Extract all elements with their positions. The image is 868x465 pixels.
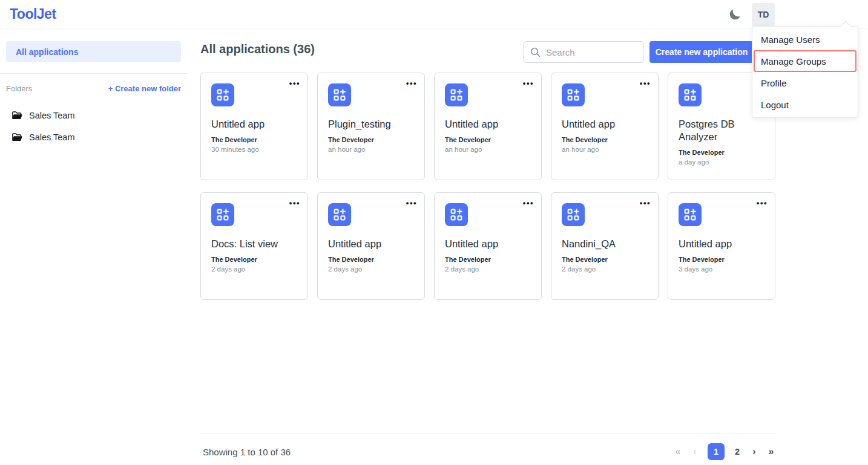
footer-divider <box>200 434 775 434</box>
app-icon <box>679 83 702 106</box>
app-squares-plus-icon <box>450 209 462 221</box>
user-dropdown-menu: Manage UsersManage GroupsProfileLogout <box>752 26 858 118</box>
card-menu-kebab-icon[interactable]: ••• <box>523 199 534 207</box>
app-icon <box>445 203 468 226</box>
top-header: ToolJet TD <box>0 0 868 28</box>
app-updated-time: an hour ago <box>328 146 414 153</box>
app-squares-plus-icon <box>567 89 579 101</box>
app-updated-time: 2 days ago <box>562 265 648 273</box>
user-menu-item-profile[interactable]: Profile <box>752 72 858 94</box>
search-box <box>524 41 643 63</box>
app-card[interactable]: ••• Untitled app The Developer 3 days ag… <box>668 192 775 300</box>
app-squares-plus-icon <box>684 209 696 221</box>
user-avatar[interactable]: TD <box>752 3 775 26</box>
app-icon <box>562 83 585 106</box>
pagination: «‹12›» <box>669 443 775 460</box>
folder-icon <box>12 133 22 141</box>
app-name: Nandini_QA <box>562 238 648 250</box>
app-squares-plus-icon <box>217 89 229 101</box>
card-menu-kebab-icon[interactable]: ••• <box>523 79 534 88</box>
app-name: Untitled app <box>328 238 414 250</box>
app-squares-plus-icon <box>450 89 462 101</box>
folder-list: Sales Team Sales Team <box>12 110 182 154</box>
app-owner: The Developer <box>328 256 414 263</box>
app-icon <box>211 203 234 226</box>
sidebar-divider <box>0 73 187 74</box>
app-owner: The Developer <box>445 136 531 143</box>
card-menu-kebab-icon[interactable]: ••• <box>406 199 417 207</box>
app-name: Plugin_testing <box>328 118 414 131</box>
user-menu-item-logout[interactable]: Logout <box>752 94 858 115</box>
app-card[interactable]: ••• Untitled app The Developer an hour a… <box>434 73 542 180</box>
app-icon <box>562 203 585 226</box>
app-card[interactable]: ••• Untitled app The Developer an hour a… <box>551 73 659 180</box>
moon-icon <box>728 7 742 22</box>
card-menu-kebab-icon[interactable]: ••• <box>640 199 651 207</box>
applications-grid: ••• Untitled app The Developer 30 minute… <box>200 73 775 300</box>
app-owner: The Developer <box>679 149 764 156</box>
app-name: Untitled app <box>679 238 764 250</box>
folder-icon <box>12 111 22 120</box>
pagination-item[interactable]: 1 <box>708 443 725 460</box>
app-updated-time: an hour ago <box>445 146 531 153</box>
app-squares-plus-icon <box>217 209 229 221</box>
app-name: Untitled app <box>211 118 297 131</box>
app-updated-time: an hour ago <box>562 146 648 153</box>
card-menu-kebab-icon[interactable]: ••• <box>757 199 768 207</box>
app-icon <box>679 203 702 226</box>
app-squares-plus-icon <box>567 209 579 221</box>
app-card[interactable]: ••• Untitled app The Developer 2 days ag… <box>434 192 542 300</box>
app-card[interactable]: ••• Nandini_QA The Developer 2 days ago <box>551 192 659 300</box>
app-updated-time: a day ago <box>679 158 764 166</box>
app-squares-plus-icon <box>334 209 346 221</box>
create-new-application-button[interactable]: Create new application <box>649 41 754 63</box>
app-squares-plus-icon <box>684 89 696 101</box>
app-name: Untitled app <box>445 118 531 131</box>
user-menu-item-manage-groups[interactable]: Manage Groups <box>754 50 856 72</box>
app-owner: The Developer <box>679 256 764 263</box>
folder-name: Sales Team <box>29 111 75 120</box>
app-owner: The Developer <box>562 256 648 263</box>
app-name: Untitled app <box>562 118 648 131</box>
pagination-item[interactable]: ‹ <box>691 446 699 457</box>
app-card[interactable]: ••• Untitled app The Developer 30 minute… <box>200 73 308 180</box>
dark-mode-toggle[interactable] <box>726 5 744 24</box>
card-menu-kebab-icon[interactable]: ••• <box>289 79 300 88</box>
app-owner: The Developer <box>211 256 297 263</box>
app-icon <box>211 83 234 106</box>
user-menu-items: Manage UsersManage GroupsProfileLogout <box>752 28 858 115</box>
app-owner: The Developer <box>562 136 648 143</box>
app-name: Postgres DB Analyzer <box>679 118 764 143</box>
app-updated-time: 2 days ago <box>445 265 531 273</box>
page-title: All applications (36) <box>200 42 315 56</box>
app-owner: The Developer <box>211 136 297 143</box>
sidebar-folder-item[interactable]: Sales Team <box>12 132 182 142</box>
app-squares-plus-icon <box>334 89 346 101</box>
pagination-summary: Showing 1 to 10 of 36 <box>203 447 291 457</box>
sidebar-folder-item[interactable]: Sales Team <box>12 110 182 120</box>
app-card[interactable]: ••• Plugin_testing The Developer an hour… <box>317 73 425 180</box>
app-icon <box>445 83 468 106</box>
app-card[interactable]: ••• Untitled app The Developer 2 days ag… <box>317 192 425 300</box>
search-icon <box>530 47 541 57</box>
search-input[interactable] <box>546 47 631 57</box>
app-owner: The Developer <box>328 136 414 143</box>
app-card[interactable]: ••• Docs: List view The Developer 2 days… <box>200 192 308 300</box>
app-updated-time: 2 days ago <box>211 265 297 273</box>
folders-label: Folders <box>6 84 32 93</box>
card-menu-kebab-icon[interactable]: ••• <box>289 199 300 207</box>
create-new-folder-link[interactable]: + Create new folder <box>108 84 181 93</box>
app-owner: The Developer <box>445 256 531 263</box>
user-menu-item-manage-users[interactable]: Manage Users <box>752 28 858 50</box>
pagination-item[interactable]: › <box>750 446 758 457</box>
card-menu-kebab-icon[interactable]: ••• <box>640 79 651 88</box>
app-icon <box>328 203 351 226</box>
pagination-item[interactable]: » <box>767 446 775 457</box>
sidebar-item-all-applications[interactable]: All applications <box>6 41 181 62</box>
app-updated-time: 30 minutes ago <box>211 146 297 153</box>
pagination-item[interactable]: « <box>674 446 682 457</box>
card-menu-kebab-icon[interactable]: ••• <box>406 79 417 88</box>
app-updated-time: 3 days ago <box>679 265 764 273</box>
app-icon <box>328 83 351 106</box>
pagination-item[interactable]: 2 <box>733 447 741 457</box>
